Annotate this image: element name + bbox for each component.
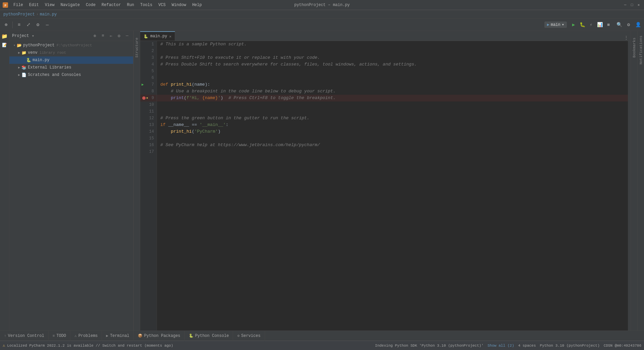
svg-text:P: P xyxy=(4,4,6,7)
tree-item-external-libraries[interactable]: ▶ 📚 External Libraries xyxy=(9,64,133,71)
tree-item-scratches[interactable]: ▶ 📄 Scratches and Consoles xyxy=(9,71,133,79)
breadcrumb-project[interactable]: pythonProject xyxy=(3,12,35,17)
breadcrumb-file[interactable]: main.py xyxy=(40,12,57,17)
project-icon[interactable]: 📁 xyxy=(1,32,9,40)
expand-button[interactable]: ⤢ xyxy=(24,21,33,29)
structure-sidebar: Structure xyxy=(133,31,140,331)
project-folder-icon: 📂 xyxy=(17,43,22,48)
bookmarks-label: Bookmarks xyxy=(632,38,636,57)
scratches-icon: 📄 xyxy=(21,73,26,78)
venv-arrow: ▶ xyxy=(17,51,21,55)
menu-tools[interactable]: Tools xyxy=(138,2,155,8)
hide-panel-button[interactable]: — xyxy=(124,33,130,39)
run-gutter-icon[interactable]: ▶ xyxy=(142,81,144,88)
menu-refactor[interactable]: Refactor xyxy=(99,2,124,8)
menu-navigate[interactable]: Navigate xyxy=(58,2,83,8)
tab-python-packages[interactable]: 📦 Python Packages xyxy=(134,331,185,341)
maximize-button[interactable]: □ xyxy=(629,2,635,8)
tree-item-pythonproject[interactable]: ▾ 📂 pythonProject F:\pythonProject xyxy=(9,42,133,49)
status-bar: ⚠ Localized PyCharm 2022.1.2 is availabl… xyxy=(0,341,644,350)
settings-main-button[interactable]: ⚙ xyxy=(625,21,633,29)
breakpoint-arrow: ◆ xyxy=(146,95,148,101)
add-content-button[interactable]: ⊕ xyxy=(92,33,98,39)
gutter-line-13: 13 xyxy=(140,122,157,128)
menu-edit[interactable]: Edit xyxy=(26,2,42,8)
add-button[interactable]: ⊕ xyxy=(2,21,10,29)
tree-actions-button[interactable]: ≡ xyxy=(100,33,106,39)
gutter: 1 2 3 4 5 6 ▶ 7 8 ◆ 9 10 11 12 13 xyxy=(140,41,157,331)
services-label: Services xyxy=(241,334,261,338)
minimize-panel-button[interactable]: — xyxy=(43,21,51,29)
menu-code[interactable]: Code xyxy=(83,2,98,8)
menu-vcs[interactable]: VCS xyxy=(156,2,168,8)
tab-todo[interactable]: ≡ TODO xyxy=(49,331,70,341)
todo-icon: ≡ xyxy=(53,334,55,338)
run-config-selector[interactable]: ▶ main ▾ xyxy=(544,21,567,28)
tab-icon: 🐍 xyxy=(144,34,148,39)
code-line-11 xyxy=(157,108,628,115)
code-editor[interactable]: # This is a sample Python script. # Pres… xyxy=(157,41,628,331)
project-label: pythonProject xyxy=(23,43,55,48)
profile-icon-button[interactable]: 👤 xyxy=(634,21,642,29)
todo-label: TODO xyxy=(56,334,66,338)
menu-help[interactable]: Help xyxy=(190,2,205,8)
tab-python-console[interactable]: 🐍 Python Console xyxy=(185,331,233,341)
minimize-button[interactable]: ─ xyxy=(623,2,628,8)
menu-window[interactable]: Window xyxy=(169,2,189,8)
menu-run[interactable]: Run xyxy=(124,2,137,8)
search-everywhere-button[interactable]: 🔍 xyxy=(615,21,623,29)
gutter-line-17: 17 xyxy=(140,148,157,155)
tab-close-button[interactable]: ✕ xyxy=(169,34,171,39)
settings-button[interactable]: ⚙ xyxy=(34,21,42,29)
gutter-line-4: 4 xyxy=(140,61,157,68)
tree-settings-button[interactable]: ⚙ xyxy=(116,33,122,39)
tab-version-control[interactable]: ↑ Version Control xyxy=(0,331,49,341)
left-sidebar: 📁 📝 xyxy=(0,31,9,331)
gutter-line-7: ▶ 7 xyxy=(140,81,157,88)
vertical-scrollbar[interactable] xyxy=(628,41,631,331)
terminal-icon: ▶ xyxy=(106,334,108,338)
git-info: CDSN @m0:49243786 xyxy=(604,344,641,348)
spaces-indicator[interactable]: 4 spaces xyxy=(518,344,536,348)
run-button[interactable]: ▶ xyxy=(570,21,578,29)
gutter-line-3: 3 xyxy=(140,54,157,61)
tab-services[interactable]: ⚙ Services xyxy=(233,331,265,341)
tree-item-venv[interactable]: ▶ 📁 venv library root xyxy=(9,49,133,56)
editor-content: 1 2 3 4 5 6 ▶ 7 8 ◆ 9 10 11 12 13 xyxy=(140,41,631,331)
extlib-arrow: ▶ xyxy=(17,65,21,70)
profile-button[interactable]: 📊 xyxy=(596,21,604,29)
action-buttons: ▶ 🐛 ⚡ 📊 ■ xyxy=(570,21,612,29)
python-console-icon: 🐍 xyxy=(189,334,194,338)
show-all-link[interactable]: Show all (2) xyxy=(488,344,514,348)
menu-view[interactable]: View xyxy=(42,2,57,8)
tab-problems[interactable]: ⚠ Problems xyxy=(70,331,102,341)
code-line-12: # Press the green button in the gutter t… xyxy=(157,115,628,122)
tab-options-button[interactable]: ⋮ xyxy=(624,35,629,41)
collapse-all-button[interactable]: ≡ xyxy=(15,21,23,29)
code-line-3: # Press Shift+F10 to execute it or repla… xyxy=(157,54,628,61)
tab-terminal[interactable]: ▶ Terminal xyxy=(102,331,133,341)
collapse-tree-button[interactable]: ⇐ xyxy=(108,33,114,39)
code-line-5 xyxy=(157,68,628,75)
menu-file[interactable]: File xyxy=(11,2,26,8)
gutter-line-2: 2 xyxy=(140,48,157,54)
breakpoint-dot[interactable] xyxy=(142,96,146,100)
tree-item-mainpy[interactable]: 🐍 main.py xyxy=(9,56,133,64)
gutter-line-12: 12 xyxy=(140,115,157,122)
debug-button[interactable]: 🐛 xyxy=(578,21,586,29)
close-button[interactable]: ✕ xyxy=(636,2,641,8)
code-line-8: # Use a breakpoint in the code line belo… xyxy=(157,88,628,95)
toolbar-sep-1 xyxy=(12,21,13,28)
python-version-indicator[interactable]: Python 3.10 (pythonProject) xyxy=(540,344,600,348)
tab-mainpy[interactable]: 🐍 main.py ✕ xyxy=(140,31,175,41)
code-line-13: if __name__ == '__main__': xyxy=(157,122,628,128)
stop-button[interactable]: ■ xyxy=(604,21,612,29)
commit-icon[interactable]: 📝 xyxy=(1,41,9,49)
code-line-1: # This is a sample Python script. xyxy=(157,41,628,48)
problems-label: Problems xyxy=(78,334,98,338)
toolbar: ⊕ ≡ ⤢ ⚙ — ▶ main ▾ ▶ 🐛 ⚡ 📊 ■ 🔍 ⚙ 👤 xyxy=(0,19,644,31)
code-line-9: print(f'Hi, {name}') # Press Ctrl+F8 to … xyxy=(157,95,628,101)
coverage-button[interactable]: ⚡ xyxy=(587,21,595,29)
run-config-label: main xyxy=(551,23,560,27)
project-panel: Project ▾ ⊕ ≡ ⇐ ⚙ — ▾ 📂 pythonProject F:… xyxy=(9,31,133,331)
